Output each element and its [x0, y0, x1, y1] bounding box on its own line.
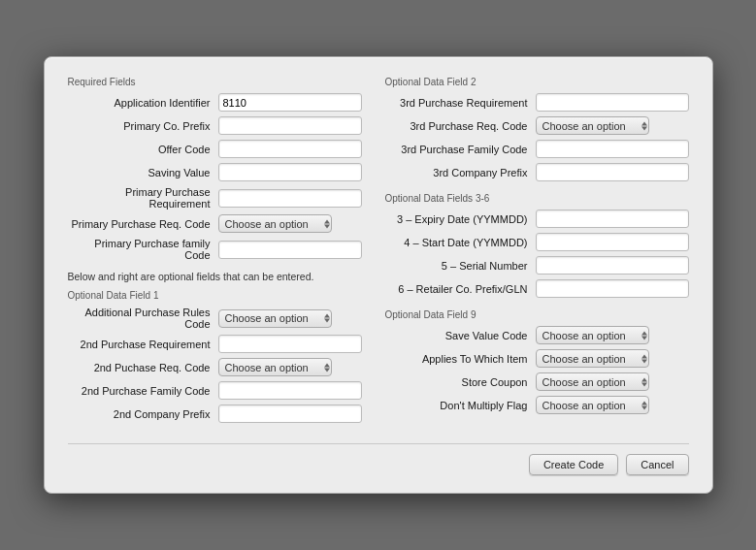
field-row-3rd-purchase-family-code: 3rd Purchase Family Code [385, 140, 689, 158]
label-2nd-purchase-req-code: 2nd Puchase Req. Code [68, 362, 218, 373]
optional-field-1-title: Optional Data Field 1 [68, 290, 362, 301]
select-wrapper-primary-purchase-req-code: Choose an option [218, 214, 332, 233]
label-3rd-purchase-family-code: 3rd Purchase Family Code [385, 144, 536, 155]
label-save-value-code: Save Value Code [385, 330, 536, 341]
select-save-value-code[interactable]: Choose an option [536, 326, 649, 344]
field-row-primary-purchase-req-code: Primary Purchase Req. Code Choose an opt… [68, 214, 362, 233]
label-expiry-date: 3 – Expiry Date (YYMMDD) [385, 213, 536, 225]
label-serial-number: 5 – Serial Number [385, 260, 536, 272]
label-dont-multiply-flag: Don't Multiply Flag [385, 400, 536, 411]
select-wrapper-2nd-purchase-req-code: Choose an option [218, 358, 332, 376]
select-wrapper-applies-to-which-item: Choose an option [536, 349, 649, 368]
field-row-store-coupon: Store Coupon Choose an option [385, 372, 689, 391]
label-applies-to-which-item: Applies To Which Item [385, 353, 536, 365]
optional-field-9-title: Optional Data Field 9 [385, 309, 689, 320]
label-3rd-purchase-req-code: 3rd Purchase Req. Code [385, 120, 536, 132]
input-retailer-co-prefix[interactable] [536, 279, 689, 298]
cancel-button[interactable]: Cancel [626, 454, 688, 475]
field-row-2nd-purchase-family-code: 2nd Purchase Family Code [68, 381, 362, 400]
field-row-2nd-company-prefix: 2nd Company Prefix [68, 404, 362, 423]
field-row-start-date: 4 – Start Date (YYMMDD) [385, 233, 689, 251]
label-primary-purchase-req-code: Primary Purchase Req. Code [68, 218, 218, 230]
left-column: Required Fields Application Identifier P… [68, 77, 362, 428]
label-2nd-company-prefix: 2nd Company Prefix [68, 408, 218, 420]
input-primary-purchase-req[interactable] [218, 189, 362, 208]
input-primary-co-prefix[interactable] [218, 116, 362, 135]
field-row-retailer-co-prefix: 6 – Retailer Co. Prefix/GLN [385, 279, 689, 298]
select-wrapper-store-coupon: Choose an option [536, 372, 649, 391]
create-code-button[interactable]: Create Code [529, 454, 618, 475]
label-saving-value: Saving Value [68, 167, 218, 178]
label-primary-purchase-req: Primary Purchase Requirement [68, 186, 218, 210]
input-3rd-purchase-req[interactable] [536, 93, 689, 112]
field-row-expiry-date: 3 – Expiry Date (YYMMDD) [385, 210, 689, 228]
field-row-primary-co-prefix: Primary Co. Prefix [68, 116, 362, 135]
input-expiry-date[interactable] [536, 210, 689, 228]
input-app-identifier[interactable] [218, 93, 362, 112]
optional-fields-36-block: Optional Data Fields 3-6 3 – Expiry Date… [385, 193, 689, 298]
input-primary-purchase-family-code[interactable] [218, 241, 362, 259]
field-row-dont-multiply-flag: Don't Multiply Flag Choose an option [385, 396, 689, 414]
label-2nd-purchase-req: 2nd Purchase Requirement [68, 339, 218, 350]
optional-note: Below and right are optional fields that… [68, 271, 362, 282]
select-applies-to-which-item[interactable]: Choose an option [536, 349, 649, 368]
select-additional-purchase-rules[interactable]: Choose an option [218, 309, 332, 328]
label-store-coupon: Store Coupon [385, 376, 536, 388]
field-row-primary-purchase-req: Primary Purchase Requirement [68, 186, 362, 210]
field-row-app-identifier: Application Identifier [68, 93, 362, 112]
field-row-serial-number: 5 – Serial Number [385, 256, 689, 275]
field-row-primary-purchase-family-code: Primary Purchase family Code [68, 238, 362, 261]
input-2nd-company-prefix[interactable] [218, 404, 362, 423]
field-row-2nd-purchase-req-code: 2nd Puchase Req. Code Choose an option [68, 358, 362, 376]
field-row-saving-value: Saving Value [68, 163, 362, 181]
optional-fields-36-title: Optional Data Fields 3-6 [385, 193, 689, 204]
label-2nd-purchase-family-code: 2nd Purchase Family Code [68, 385, 218, 397]
label-3rd-purchase-req: 3rd Purchase Requirement [385, 97, 536, 109]
select-wrapper-3rd-purchase-req-code: Choose an option [536, 116, 649, 135]
label-primary-co-prefix: Primary Co. Prefix [68, 120, 218, 132]
field-row-3rd-company-prefix: 3rd Company Prefix [385, 163, 689, 181]
label-app-identifier: Application Identifier [68, 97, 218, 109]
field-row-offer-code: Offer Code [68, 140, 362, 158]
input-offer-code[interactable] [218, 140, 362, 158]
label-additional-purchase-rules: Additional Purchase Rules Code [68, 307, 218, 330]
label-start-date: 4 – Start Date (YYMMDD) [385, 237, 536, 248]
field-row-additional-purchase-rules: Additional Purchase Rules Code Choose an… [68, 307, 362, 330]
input-3rd-purchase-family-code[interactable] [536, 140, 689, 158]
label-3rd-company-prefix: 3rd Company Prefix [385, 167, 536, 178]
select-2nd-purchase-req-code[interactable]: Choose an option [218, 358, 332, 376]
field-row-3rd-purchase-req: 3rd Purchase Requirement [385, 93, 689, 112]
dialog: Required Fields Application Identifier P… [44, 56, 713, 494]
field-row-applies-to-which-item: Applies To Which Item Choose an option [385, 349, 689, 368]
select-wrapper-dont-multiply-flag: Choose an option [536, 396, 649, 414]
input-2nd-purchase-family-code[interactable] [218, 381, 362, 400]
label-offer-code: Offer Code [68, 144, 218, 155]
optional-field-9-block: Optional Data Field 9 Save Value Code Ch… [385, 309, 689, 414]
optional-field-2-title: Optional Data Field 2 [385, 77, 689, 87]
select-dont-multiply-flag[interactable]: Choose an option [536, 396, 649, 414]
select-store-coupon[interactable]: Choose an option [536, 372, 649, 391]
label-primary-purchase-family-code: Primary Purchase family Code [68, 238, 218, 261]
input-saving-value[interactable] [218, 163, 362, 181]
field-row-3rd-purchase-req-code: 3rd Purchase Req. Code Choose an option [385, 116, 689, 135]
field-row-2nd-purchase-req: 2nd Purchase Requirement [68, 335, 362, 353]
field-row-save-value-code: Save Value Code Choose an option [385, 326, 689, 344]
right-column: Optional Data Field 2 3rd Purchase Requi… [385, 77, 689, 428]
input-serial-number[interactable] [536, 256, 689, 275]
select-wrapper-save-value-code: Choose an option [536, 326, 649, 344]
select-wrapper-additional-purchase-rules: Choose an option [218, 309, 332, 328]
input-2nd-purchase-req[interactable] [218, 335, 362, 353]
input-start-date[interactable] [536, 233, 689, 251]
label-retailer-co-prefix: 6 – Retailer Co. Prefix/GLN [385, 283, 536, 295]
select-primary-purchase-req-code[interactable]: Choose an option [218, 214, 332, 233]
footer: Create Code Cancel [68, 443, 689, 475]
select-3rd-purchase-req-code[interactable]: Choose an option [536, 116, 649, 135]
input-3rd-company-prefix[interactable] [536, 163, 689, 181]
required-fields-title: Required Fields [68, 77, 362, 87]
